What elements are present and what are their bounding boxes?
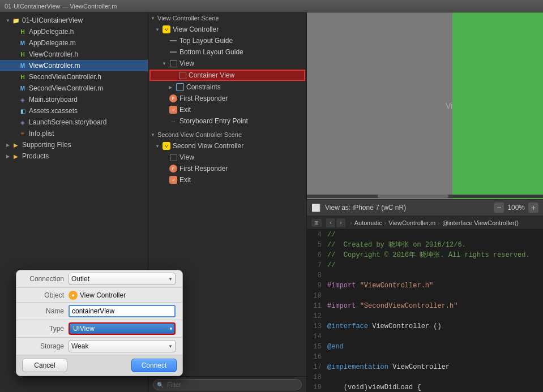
nav-label-vcH: ViewController.h (29, 50, 78, 58)
storage-select[interactable]: Weak ▼ (69, 340, 176, 352)
name-input[interactable] (69, 305, 176, 317)
zoom-minus-button[interactable]: − (494, 203, 504, 213)
outline-vc-scene[interactable]: View Controller Scene (148, 12, 306, 24)
line-num-11: 11 (307, 301, 327, 311)
outline-exit-label: Exit (179, 106, 191, 114)
zoom-controls: − 100% + (494, 203, 538, 213)
story-icon-launch: ◈ (18, 118, 27, 126)
connection-select[interactable]: Outlet ▼ (69, 273, 176, 285)
nav-item-root[interactable]: 📁 01-UIContainerView (0, 15, 148, 26)
outline-vc[interactable]: V View Controller (148, 24, 306, 35)
nav-item-appdelegatem[interactable]: M AppDelegate.m (0, 37, 148, 49)
line-num-15: 15 (307, 342, 327, 352)
outline-constraints[interactable]: Constraints (148, 81, 306, 93)
outline-second-vc-scene[interactable]: Second View Controller Scene (148, 129, 306, 140)
code-editor[interactable]: 4 // 5 // Created by 晓坤张 on 2016/12/6. 6… (307, 230, 543, 392)
nav-item-plist[interactable]: ≡ Info.plist (0, 128, 148, 139)
type-label: Type (23, 325, 64, 333)
nav-item-assets[interactable]: ◧ Assets.xcassets (0, 105, 148, 117)
outline-container-view[interactable]: Container View (149, 70, 305, 81)
outline-second-exit[interactable]: ⤶ Exit (148, 174, 306, 186)
line-num-14: 14 (307, 331, 327, 342)
outline-top-layout[interactable]: Top Layout Guide (148, 35, 306, 46)
entry-icon: → (169, 117, 178, 125)
code-line-16: 16 (307, 352, 543, 362)
dialog-footer: Cancel Connect (16, 355, 182, 376)
dialog-type-row: Type UIView ▼ (16, 320, 182, 338)
outline-first-responder[interactable]: F First Responder (148, 93, 306, 104)
line-num-4: 4 (307, 230, 327, 240)
connection-select-wrap: Outlet ▼ (69, 273, 176, 285)
storage-value: Weak (71, 342, 88, 350)
connect-button[interactable]: Connect (131, 359, 177, 372)
code-line-12: 12 (307, 311, 543, 321)
nav-item-supportingfiles[interactable]: ▶ Supporting Files (0, 139, 148, 150)
outline-second-fr[interactable]: F First Responder (148, 163, 306, 174)
h-icon-svc: H (18, 73, 27, 81)
outline-view[interactable]: View (148, 58, 306, 69)
line-num-12: 12 (307, 311, 327, 321)
line-content-7: // (327, 260, 543, 270)
line-num-18: 18 (307, 372, 327, 382)
nav-label-root: 01-UIContainerView (22, 16, 83, 24)
grid-button[interactable]: ⊞ (311, 219, 322, 227)
code-line-15: 15 @end (307, 342, 543, 352)
story-icon-main: ◈ (18, 96, 27, 104)
connection-value: Outlet (71, 275, 89, 283)
breadcrumb-sep-2: › (384, 219, 387, 226)
nav-item-viewcontrollerm[interactable]: M ViewController.m (0, 60, 148, 71)
layout-guide-icon (169, 37, 178, 45)
zoom-plus-button[interactable]: + (528, 203, 538, 213)
nav-triangle-products (5, 153, 11, 160)
nav-label-products: Products (22, 152, 49, 160)
code-breadcrumb: ⊞ ‹ › › Automatic › ViewController.m › @… (307, 216, 543, 230)
canvas-scrollbar[interactable] (307, 195, 543, 198)
line-num-17: 17 (307, 362, 327, 372)
forward-button[interactable]: › (336, 218, 345, 227)
nav-item-mainstoryboard[interactable]: ◈ Main.storyboard (0, 94, 148, 105)
m-icon-vc: M (18, 62, 27, 70)
outline-second-vc[interactable]: V Second View Controller (148, 140, 306, 152)
outline-second-vc-label: Second View Controller (173, 142, 243, 150)
nav-item-secondvch[interactable]: H SecondViewController.h (0, 71, 148, 83)
filter-input[interactable] (153, 379, 302, 390)
storage-select-wrap: Weak ▼ (69, 340, 176, 352)
nav-label-svcH: SecondViewController.h (29, 73, 101, 81)
outline-second-fr-label: First Responder (179, 165, 228, 173)
nav-item-viewcontrollerh[interactable]: H ViewController.h (0, 49, 148, 60)
outline-bottom-layout[interactable]: Bottom Layout Guide (148, 46, 306, 58)
nav-item-launchscreen[interactable]: ◈ LaunchScreen.storyboard (0, 117, 148, 128)
cancel-button[interactable]: Cancel (22, 359, 67, 372)
line-content-18 (327, 372, 543, 382)
outline-exit[interactable]: ⤶ Exit (148, 104, 306, 115)
canvas-area: View (307, 12, 543, 199)
outline-entry-point[interactable]: → Storyboard Entry Point (148, 115, 306, 127)
nav-item-appdelegateh[interactable]: H AppDelegate.h (0, 26, 148, 37)
folder-open-icon: 📁 (11, 16, 20, 24)
outline-second-view-label: View (179, 153, 194, 161)
nav-item-secondvcm[interactable]: M SecondViewController.m (0, 83, 148, 94)
line-content-6: // Copyright © 2016年 晓坤张. All rights res… (327, 250, 543, 260)
outline-top-layout-label: Top Layout Guide (179, 37, 233, 45)
bottom-layout-icon (169, 48, 178, 56)
back-button[interactable]: ‹ (326, 218, 335, 227)
window-title: 01-UIContainerView — ViewController.m (5, 3, 117, 10)
nav-triangle-supporting (5, 141, 11, 148)
nav-arrows: ‹ › (326, 218, 345, 227)
nav-item-products[interactable]: ▶ Products (0, 150, 148, 162)
line-content-5: // Created by 晓坤张 on 2016/12/6. (327, 240, 543, 250)
line-num-16: 16 (307, 352, 327, 362)
outline-second-exit-label: Exit (179, 176, 191, 184)
connection-dialog: Connection Outlet ▼ Object ● View Contro… (16, 270, 183, 376)
tri-vc-scene (151, 16, 157, 21)
connection-label: Connection (23, 275, 64, 283)
line-content-17: @implementation ViewController (327, 362, 543, 372)
code-line-10: 10 (307, 291, 543, 301)
line-content-4: // (327, 230, 543, 240)
line-content-13: @interface ViewController () (327, 321, 543, 331)
code-line-4: 4 // (307, 230, 543, 240)
outline-second-view[interactable]: View (148, 152, 306, 163)
type-select[interactable]: UIView ▼ (69, 322, 176, 335)
line-num-13: 13 (307, 321, 327, 331)
green-view (452, 12, 543, 199)
